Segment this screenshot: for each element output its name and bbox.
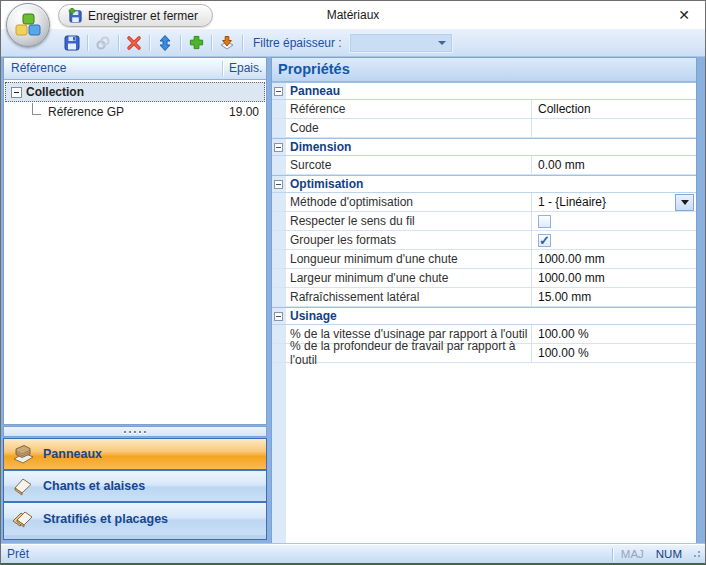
tree-row-thickness: 19.00 [229,105,266,119]
left-column: Référence Epais. Collection Référence GP… [3,57,267,544]
property-row-surcote: Surcote 0.00 mm [272,156,696,175]
property-row-code: Code [272,119,696,138]
save-and-close-button[interactable]: Enregistrer et fermer [58,4,213,27]
thickness-filter-select[interactable] [349,33,453,53]
category-nav: Panneaux Chants et alaises Stratifi [3,438,267,540]
nav-splitter-handle[interactable] [3,426,267,437]
link-icon [95,35,111,51]
property-label: Référence [272,100,532,118]
property-row-largeur-minimum-chute: Largeur minimum d'une chute 1000.00 mm [272,269,696,288]
thickness-filter-label: Filtre épaisseur : [253,36,342,50]
tree-row-collection[interactable]: Collection [5,82,265,102]
link-button[interactable] [92,32,114,54]
properties-panel: Propriétés Panneau Référence Collection … [271,57,697,544]
resize-grip[interactable] [690,551,701,558]
property-value-field[interactable]: 1000.00 mm [532,269,696,287]
save-icon [64,35,80,51]
laminate-icon [11,508,35,530]
tree-row-label: Collection [26,85,84,99]
reference-column-header[interactable]: Référence [4,58,222,79]
property-value-field[interactable]: 100.00 % [532,325,696,343]
splitter-grip-icon [124,431,146,433]
property-row-methode-optimisation: Méthode d'optimisation 1 - {Linéaire} [272,193,696,212]
export-button[interactable] [216,32,238,54]
save-close-icon [68,8,83,23]
section-row-dimension[interactable]: Dimension [272,138,696,156]
delete-icon [126,35,142,51]
add-icon [189,35,204,50]
save-button[interactable] [61,32,83,54]
thickness-column-header[interactable]: Epais. [223,58,266,79]
toolbar-separator [149,35,150,51]
property-label: Rafraîchissement latéral [272,288,532,306]
toolbar-separator [180,35,181,51]
property-label: Méthode d'optimisation [272,193,532,211]
nav-button-stratifies-et-placages[interactable]: Stratifiés et placages [4,503,266,535]
tree-column-headers: Référence Epais. [4,58,266,80]
collapse-icon[interactable] [274,180,283,189]
status-bar: Prêt MAJ NUM [1,544,705,563]
nav-button-label: Chants et alaises [43,479,145,493]
tree-row-reference-gp[interactable]: Référence GP 19.00 [4,102,266,122]
num-lock-indicator: NUM [656,548,682,560]
property-row-longueur-minimum-chute: Longueur minimum d'une chute 1000.00 mm [272,250,696,269]
delete-button[interactable] [123,32,145,54]
toolbar-separator [242,35,243,51]
property-row-respecter-sens-fil: Respecter le sens du fil [272,212,696,231]
collapse-icon[interactable] [274,312,283,321]
property-value-field[interactable]: Collection [532,100,696,118]
save-and-close-label: Enregistrer et fermer [88,9,198,23]
property-label: Grouper les formats [272,231,532,249]
move-updown-button[interactable] [154,32,176,54]
add-button[interactable] [185,32,207,54]
properties-title: Propriétés [272,58,696,82]
panels-icon [11,443,35,465]
property-value-field[interactable] [532,119,696,137]
move-updown-icon [158,35,172,51]
tree-branch-line [32,103,41,115]
section-label: Panneau [290,84,340,98]
edgeband-icon [11,475,35,497]
app-menu-button[interactable] [6,3,50,47]
property-value-field[interactable]: 1 - {Linéaire} [532,193,696,211]
materials-tree-panel: Référence Epais. Collection Référence GP… [3,57,267,425]
property-value-field[interactable]: 100.00 % [532,344,696,362]
property-row-rafraichissement-lateral: Rafraîchissement latéral 15.00 mm [272,288,696,307]
section-row-usinage[interactable]: Usinage [272,307,696,325]
grouper-formats-checkbox[interactable] [538,234,551,247]
chevron-down-icon [438,41,446,45]
respecter-sens-fil-checkbox[interactable] [538,215,551,228]
property-label: Longueur minimum d'une chute [272,250,532,268]
section-row-panneau[interactable]: Panneau [272,82,696,100]
nav-button-panneaux[interactable]: Panneaux [4,439,266,471]
property-label: Surcote [272,156,532,174]
collapse-icon[interactable] [274,87,283,96]
export-icon [219,35,235,51]
tree-row-label: Référence GP [48,105,124,119]
section-row-optimisation[interactable]: Optimisation [272,175,696,193]
materials-window: Matériaux ✕ Enregistrer et fermer [0,0,706,565]
property-row-profondeur-travail: % de la profondeur de travail par rappor… [272,344,696,363]
tree-body: Collection Référence GP 19.00 [4,80,266,424]
method-dropdown-button[interactable] [675,194,694,211]
property-label: Code [272,119,532,137]
statusbar-separator [612,548,613,561]
collapse-icon[interactable] [11,87,22,98]
property-value-field[interactable]: 1000.00 mm [532,250,696,268]
property-value-field[interactable]: 15.00 mm [532,288,696,306]
nav-button-label: Panneaux [43,447,102,461]
properties-grid: Panneau Référence Collection Code Dimens… [272,82,696,543]
toolbar-separator [118,35,119,51]
collapse-icon[interactable] [274,143,283,152]
close-icon[interactable]: ✕ [674,5,694,25]
property-label: Respecter le sens du fil [272,212,532,230]
nav-button-chants-et-alaises[interactable]: Chants et alaises [4,471,266,503]
property-row-reference: Référence Collection [272,100,696,119]
property-row-grouper-formats: Grouper les formats [272,231,696,250]
toolbar: Filtre épaisseur : [1,29,705,57]
nav-button-label: Stratifiés et placages [43,512,168,526]
toolbar-separator [211,35,212,51]
section-label: Optimisation [290,177,363,191]
app-cubes-icon [15,13,42,38]
property-value-field[interactable]: 0.00 mm [532,156,696,174]
